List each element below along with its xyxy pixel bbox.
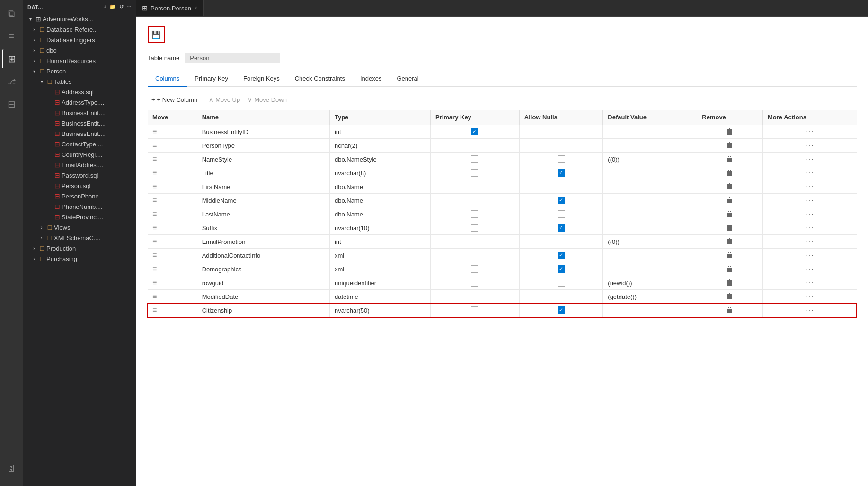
sidebar-item-addresstype[interactable]: ⊟ AddressType....: [23, 97, 136, 108]
primary-key-checkbox[interactable]: [430, 207, 519, 221]
delete-icon[interactable]: 🗑: [723, 223, 736, 233]
extensions-icon[interactable]: ⊟: [2, 95, 21, 114]
more-actions-button[interactable]: ···: [763, 125, 857, 139]
database-icon[interactable]: ⊞: [2, 49, 21, 68]
remove-button[interactable]: 🗑: [697, 153, 763, 166]
allow-nulls-checkbox[interactable]: [519, 304, 603, 317]
more-actions-button[interactable]: ···: [763, 249, 857, 262]
ellipsis-icon[interactable]: ···: [805, 251, 814, 259]
move-handle[interactable]: ≡: [148, 276, 197, 290]
column-name[interactable]: LastName: [197, 207, 329, 221]
primary-key-checkbox[interactable]: [430, 276, 519, 290]
remove-button[interactable]: 🗑: [697, 304, 763, 317]
ellipsis-icon[interactable]: ···: [805, 306, 814, 314]
sidebar-item-businessentit2[interactable]: ⊟ BusinessEntit....: [23, 118, 136, 128]
move-handle[interactable]: ≡: [148, 304, 197, 317]
default-value[interactable]: [603, 304, 697, 317]
remove-button[interactable]: 🗑: [697, 207, 763, 221]
primary-key-checkbox[interactable]: [430, 304, 519, 317]
allow-nulls-checkbox[interactable]: [519, 262, 603, 276]
delete-icon[interactable]: 🗑: [723, 154, 736, 164]
ellipsis-icon[interactable]: ···: [805, 210, 814, 218]
column-name[interactable]: PersonType: [197, 139, 329, 153]
remove-button[interactable]: 🗑: [697, 235, 763, 249]
column-name[interactable]: AdditionalContactInfo: [197, 249, 329, 262]
sidebar-item-contacttype[interactable]: ⊟ ContactType....: [23, 139, 136, 149]
remove-button[interactable]: 🗑: [697, 221, 763, 235]
delete-icon[interactable]: 🗑: [723, 250, 736, 260]
sidebar-item-production[interactable]: › □ Production: [23, 243, 136, 253]
allow-nulls-checkbox[interactable]: [519, 290, 603, 304]
primary-key-checkbox[interactable]: [430, 139, 519, 153]
ellipsis-icon[interactable]: ···: [805, 155, 814, 163]
sidebar-item-businessentit1[interactable]: ⊟ BusinessEntit....: [23, 108, 136, 118]
sidebar-item-dbo[interactable]: › □ dbo: [23, 45, 136, 55]
sidebar-item-emailaddress[interactable]: ⊟ EmailAddres....: [23, 160, 136, 170]
primary-key-checkbox[interactable]: [430, 125, 519, 139]
move-handle[interactable]: ≡: [148, 262, 197, 276]
column-type[interactable]: dbo.Name: [329, 194, 430, 207]
primary-key-checkbox[interactable]: [430, 166, 519, 180]
column-name[interactable]: Demographics: [197, 262, 329, 276]
move-handle[interactable]: ≡: [148, 153, 197, 166]
move-handle[interactable]: ≡: [148, 166, 197, 180]
tab-close-button[interactable]: ×: [194, 5, 197, 11]
more-actions-button[interactable]: ···: [763, 207, 857, 221]
move-handle[interactable]: ≡: [148, 180, 197, 194]
tab-columns[interactable]: Columns: [148, 71, 187, 87]
ellipsis-icon[interactable]: ···: [805, 265, 814, 273]
search-icon[interactable]: ≡: [2, 27, 21, 45]
move-handle[interactable]: ≡: [148, 249, 197, 262]
ellipsis-icon[interactable]: ···: [805, 279, 814, 287]
more-actions-button[interactable]: ···: [763, 276, 857, 290]
ellipsis-icon[interactable]: ···: [805, 182, 814, 190]
delete-icon[interactable]: 🗑: [723, 168, 736, 178]
column-type[interactable]: uniqueidentifier: [329, 276, 430, 290]
allow-nulls-checkbox[interactable]: [519, 194, 603, 207]
sidebar-refresh-btn[interactable]: ↺: [119, 4, 124, 10]
more-actions-button[interactable]: ···: [763, 139, 857, 153]
default-value[interactable]: [603, 194, 697, 207]
column-type[interactable]: nvarchar(8): [329, 166, 430, 180]
sidebar-item-xmlschemac[interactable]: › □ XMLSchemaC....: [23, 233, 136, 243]
allow-nulls-checkbox[interactable]: [519, 221, 603, 235]
allow-nulls-checkbox[interactable]: [519, 153, 603, 166]
sidebar-item-person-sql[interactable]: ⊟ Person.sql: [23, 180, 136, 191]
ellipsis-icon[interactable]: ···: [805, 169, 814, 177]
more-actions-button[interactable]: ···: [763, 304, 857, 317]
primary-key-checkbox[interactable]: [430, 235, 519, 249]
move-handle[interactable]: ≡: [148, 207, 197, 221]
delete-icon[interactable]: 🗑: [723, 236, 736, 246]
primary-key-checkbox[interactable]: [430, 290, 519, 304]
sidebar-item-stateprovinc[interactable]: ⊟ StateProvinc....: [23, 212, 136, 222]
sidebar-item-address[interactable]: ⊟ Address.sql: [23, 87, 136, 97]
column-name[interactable]: rowguid: [197, 276, 329, 290]
move-handle[interactable]: ≡: [148, 125, 197, 139]
primary-key-checkbox[interactable]: [430, 194, 519, 207]
column-type[interactable]: dbo.NameStyle: [329, 153, 430, 166]
more-actions-button[interactable]: ···: [763, 194, 857, 207]
column-name[interactable]: ModifiedDate: [197, 290, 329, 304]
allow-nulls-checkbox[interactable]: [519, 139, 603, 153]
new-column-button[interactable]: + + New Column: [148, 94, 201, 105]
default-value[interactable]: [603, 125, 697, 139]
sidebar-item-purchasing[interactable]: › □ Purchasing: [23, 253, 136, 264]
default-value[interactable]: [603, 221, 697, 235]
column-type[interactable]: int: [329, 125, 430, 139]
allow-nulls-checkbox[interactable]: [519, 125, 603, 139]
ellipsis-icon[interactable]: ···: [805, 224, 814, 232]
more-actions-button[interactable]: ···: [763, 290, 857, 304]
sidebar-item-businessentit3[interactable]: ⊟ BusinessEntit....: [23, 128, 136, 139]
sidebar-folder-btn[interactable]: 📁: [109, 4, 116, 10]
delete-icon[interactable]: 🗑: [723, 291, 736, 301]
sidebar-item-password[interactable]: ⊟ Password.sql: [23, 170, 136, 180]
remove-button[interactable]: 🗑: [697, 166, 763, 180]
allow-nulls-checkbox[interactable]: [519, 207, 603, 221]
move-handle[interactable]: ≡: [148, 139, 197, 153]
column-name[interactable]: Suffix: [197, 221, 329, 235]
column-type[interactable]: datetime: [329, 290, 430, 304]
default-value[interactable]: [603, 166, 697, 180]
delete-icon[interactable]: 🗑: [723, 305, 736, 315]
sidebar-add-btn[interactable]: +: [103, 4, 106, 10]
column-name[interactable]: EmailPromotion: [197, 235, 329, 249]
